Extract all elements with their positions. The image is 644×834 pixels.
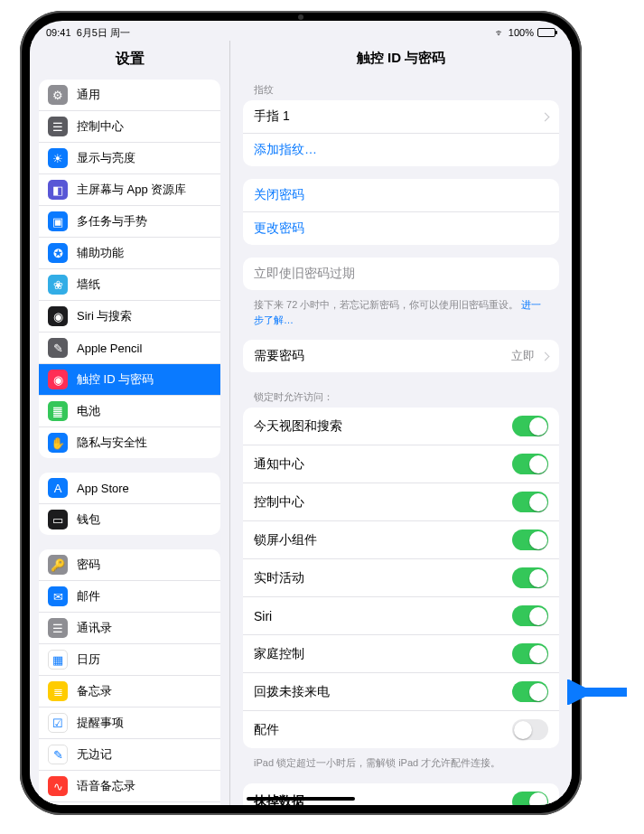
sidebar-item-label: App Store <box>77 482 211 495</box>
sidebar-item-home-screen[interactable]: ◧主屏幕与 App 资源库 <box>39 173 220 205</box>
toggle-label: 锁屏小组件 <box>254 532 317 548</box>
battery-icon: ䷀ <box>48 401 68 421</box>
sidebar-item-app-store[interactable]: AApp Store <box>39 473 220 503</box>
chevron-right-icon <box>541 351 550 361</box>
fingerprints-header: 指纹 <box>243 78 559 100</box>
wallet-icon: ▭ <box>48 510 68 529</box>
sidebar-item-label: 无边记 <box>77 746 211 763</box>
chevron-right-icon <box>541 112 550 121</box>
reminders-icon: ☑ <box>48 713 68 733</box>
privacy-icon: ✋ <box>48 433 68 453</box>
lock-accessories-row: 配件 <box>243 710 559 748</box>
erase-data-toggle[interactable] <box>512 792 548 806</box>
lock-control-row: 控制中心 <box>243 483 559 520</box>
lock-siri-toggle[interactable] <box>512 605 548 626</box>
sidebar-item-wallet[interactable]: ▭钱包 <box>39 503 220 535</box>
control-center-icon: ☰ <box>48 117 68 136</box>
sidebar-item-label: 显示与亮度 <box>77 150 211 166</box>
require-passcode-row[interactable]: 需要密码 立即 <box>243 340 559 372</box>
sidebar-item-label: 电池 <box>77 403 211 419</box>
lock-today-row: 今天视图和搜索 <box>243 408 559 445</box>
sidebar-item-freeform[interactable]: ✎无边记 <box>39 738 220 770</box>
page-title: 触控 ID 与密码 <box>230 41 572 78</box>
accessories-note: iPad 锁定超过一小时后，需解锁 iPad 才允许配件连接。 <box>243 752 559 771</box>
sidebar-item-label: 辅助功能 <box>77 245 211 261</box>
add-fingerprint-button[interactable]: 添加指纹… <box>243 133 559 166</box>
sidebar-item-label: 密码 <box>77 557 211 573</box>
calendar-icon: ▦ <box>48 650 68 670</box>
contacts-icon: ☰ <box>48 618 68 638</box>
lock-missed-toggle[interactable] <box>512 681 548 702</box>
wifi-icon: ᯤ <box>495 27 505 38</box>
lock-widgets-row: 锁屏小组件 <box>243 520 559 558</box>
fingerprint-1-row[interactable]: 手指 1 <box>243 100 559 133</box>
lock-missed-row: 回拨未接来电 <box>243 672 559 710</box>
sidebar-item-privacy[interactable]: ✋隐私与安全性 <box>39 426 220 458</box>
sidebar-item-general[interactable]: ⚙︎通用 <box>39 80 220 110</box>
sidebar-item-display[interactable]: ☀显示与亮度 <box>39 142 220 173</box>
freeform-icon: ✎ <box>48 745 68 764</box>
touchid-icon: ◉ <box>48 370 68 389</box>
sidebar-item-contacts[interactable]: ☰通讯录 <box>39 612 220 643</box>
sidebar-item-passwords[interactable]: 🔑密码 <box>39 549 220 580</box>
toggle-label: 控制中心 <box>254 494 304 511</box>
sidebar-item-pencil[interactable]: ✎Apple Pencil <box>39 332 220 363</box>
lock-today-toggle[interactable] <box>512 416 548 436</box>
sidebar-item-label: 通用 <box>77 87 211 103</box>
voice-memos-icon: ∿ <box>48 776 68 796</box>
sidebar-item-label: 邮件 <box>77 588 211 604</box>
home-screen-icon: ◧ <box>48 180 68 200</box>
sidebar-item-accessibility[interactable]: ✪辅助功能 <box>39 237 220 268</box>
sidebar-item-siri[interactable]: ◉Siri 与搜索 <box>39 300 220 332</box>
lock-accessories-toggle[interactable] <box>512 719 548 740</box>
passwords-icon: 🔑 <box>48 555 68 575</box>
toggle-label: Siri <box>254 609 272 623</box>
sidebar-item-touchid[interactable]: ◉触控 ID 与密码 <box>39 363 220 395</box>
lock-widgets-toggle[interactable] <box>512 529 548 550</box>
sidebar-item-voice-memos[interactable]: ∿语音备忘录 <box>39 770 220 801</box>
sidebar-item-calendar[interactable]: ▦日历 <box>39 643 220 675</box>
notes-icon: ≣ <box>48 681 68 701</box>
sidebar-item-label: 日历 <box>77 651 211 668</box>
sidebar-item-reminders[interactable]: ☑提醒事项 <box>39 707 220 738</box>
sidebar-item-notes[interactable]: ≣备忘录 <box>39 675 220 707</box>
lock-live-toggle[interactable] <box>512 567 548 588</box>
expire-note: 接下来 72 小时中，若忘记新密码，你可以使用旧密码重设。 进一步了解… <box>243 294 559 327</box>
display-icon: ☀ <box>48 148 68 168</box>
sidebar-item-control-center[interactable]: ☰控制中心 <box>39 110 220 142</box>
battery-icon <box>537 28 555 37</box>
detail-pane: 触控 ID 与密码 指纹 手指 1 添加指纹… 关 <box>230 41 572 805</box>
sidebar-item-label: 隐私与安全性 <box>77 435 211 451</box>
sidebar-item-battery[interactable]: ䷀电池 <box>39 395 220 426</box>
sidebar-item-label: 提醒事项 <box>77 715 211 731</box>
change-passcode-button[interactable]: 更改密码 <box>243 211 559 245</box>
mail-icon: ✉ <box>48 586 68 606</box>
lock-control-toggle[interactable] <box>512 492 548 512</box>
sidebar-item-label: 备忘录 <box>77 683 211 699</box>
expire-old-passcode-row[interactable]: 立即使旧密码过期 <box>243 258 559 290</box>
erase-data-row: 抹掉数据 <box>243 783 559 806</box>
sidebar-item-messages[interactable]: ✉信息 <box>39 801 220 805</box>
lock-notification-toggle[interactable] <box>512 454 548 474</box>
sidebar-item-label: 主屏幕与 App 资源库 <box>77 182 211 198</box>
sidebar-item-mail[interactable]: ✉邮件 <box>39 580 220 612</box>
sidebar-item-label: 墙纸 <box>77 276 211 293</box>
turn-off-passcode-button[interactable]: 关闭密码 <box>243 179 559 211</box>
sidebar-item-label: 触控 ID 与密码 <box>77 371 211 388</box>
home-indicator <box>247 797 355 801</box>
lock-siri-row: Siri <box>243 596 559 634</box>
multitasking-icon: ▣ <box>48 211 68 231</box>
lock-home-toggle[interactable] <box>512 643 548 664</box>
pencil-icon: ✎ <box>48 338 68 358</box>
siri-icon: ◉ <box>48 306 68 326</box>
lock-access-header: 锁定时允许访问： <box>243 385 559 408</box>
sidebar-item-label: Siri 与搜索 <box>77 308 211 324</box>
sidebar-item-label: 语音备忘录 <box>77 778 211 794</box>
sidebar-item-multitasking[interactable]: ▣多任务与手势 <box>39 205 220 237</box>
sidebar-item-label: 钱包 <box>77 511 211 528</box>
settings-sidebar: 设置 ⚙︎通用☰控制中心☀显示与亮度◧主屏幕与 App 资源库▣多任务与手势✪辅… <box>30 41 230 805</box>
app-store-icon: A <box>48 478 68 498</box>
toggle-label: 实时活动 <box>254 570 304 586</box>
toggle-label: 家庭控制 <box>254 646 304 662</box>
sidebar-item-wallpaper[interactable]: ❀墙纸 <box>39 268 220 300</box>
